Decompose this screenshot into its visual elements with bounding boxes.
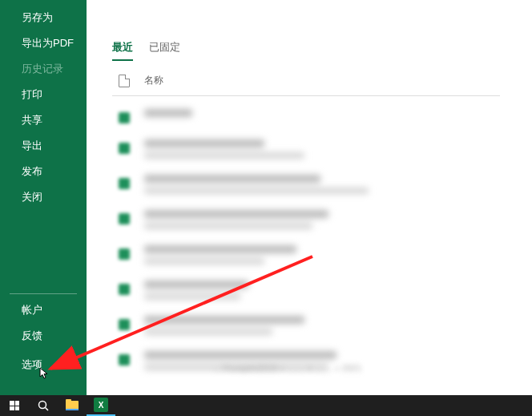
sidebar-item-7[interactable]: 关闭 [0, 184, 87, 210]
backstage-sidebar: 另存为导出为PDF历史记录打印共享导出发布关闭 帐户反馈 选项 [0, 0, 87, 395]
excel-file-icon [119, 112, 130, 123]
windows-icon [10, 401, 19, 410]
sidebar-item-label: 发布 [22, 164, 42, 179]
excel-file-icon [119, 284, 130, 295]
sidebar-item-2[interactable]: 历史记录 [0, 56, 87, 82]
sidebar-item-label: 关闭 [22, 190, 42, 204]
blurred-path: …\Yunqishi2019 » …… » …… » 2021 [213, 363, 361, 373]
sidebar-bottom-item-0[interactable]: 帐户 [0, 297, 87, 323]
sidebar-item-label: 反馈 [22, 329, 42, 343]
sidebar-item-label: 选项 [22, 357, 42, 372]
list-item[interactable] [112, 343, 500, 378]
tab-0[interactable]: 最近 [112, 40, 133, 61]
sidebar-item-5[interactable]: 导出 [0, 133, 87, 159]
list-item[interactable] [112, 101, 500, 131]
file-text [144, 175, 494, 194]
sidebar-item-label: 导出 [22, 139, 42, 153]
excel-file-icon [119, 248, 130, 260]
list-item[interactable] [112, 237, 500, 273]
start-button[interactable] [0, 395, 29, 416]
sidebar-item-0[interactable]: 另存为 [0, 5, 87, 30]
file-text [144, 316, 494, 335]
excel-taskbar-button[interactable]: X [87, 395, 115, 416]
excel-icon: X [94, 398, 108, 412]
sidebar-item-label: 导出为PDF [22, 36, 74, 50]
list-header: 名称 [112, 74, 500, 96]
list-item[interactable] [112, 308, 500, 343]
sidebar-item-4[interactable]: 共享 [0, 107, 87, 133]
sidebar-item-label: 另存为 [22, 10, 53, 25]
list-item[interactable] [112, 131, 500, 167]
column-name: 名称 [144, 74, 163, 87]
list-item[interactable] [112, 167, 500, 202]
excel-file-icon [119, 143, 130, 154]
file-text [144, 210, 494, 229]
sidebar-separator [10, 293, 77, 294]
svg-line-3 [46, 408, 49, 411]
file-explorer-button[interactable] [58, 395, 87, 416]
sidebar-item-3[interactable]: 打印 [0, 82, 87, 107]
tabs-bar: 最近已固定 [112, 40, 532, 61]
sidebar-item-6[interactable]: 发布 [0, 159, 87, 184]
sidebar-item-label: 打印 [22, 87, 42, 102]
tab-1[interactable]: 已固定 [149, 40, 180, 61]
file-text [144, 139, 494, 159]
excel-file-icon [119, 354, 130, 366]
file-text [144, 109, 494, 122]
sidebar-item-label: 共享 [22, 113, 42, 127]
sidebar-bottom-item-1[interactable]: 反馈 [0, 323, 87, 349]
list-item[interactable] [112, 202, 500, 237]
svg-point-2 [39, 402, 46, 409]
file-text [144, 245, 494, 265]
file-text [144, 281, 494, 300]
taskbar-search[interactable] [29, 395, 58, 416]
file-list [112, 101, 532, 378]
excel-file-icon [119, 319, 130, 330]
sidebar-item-label: 帐户 [22, 303, 42, 317]
sidebar-item-label: 历史记录 [22, 62, 63, 76]
list-item[interactable] [112, 273, 500, 308]
taskbar: X [0, 395, 532, 416]
sidebar-item-options[interactable]: 选项 [0, 352, 87, 378]
sidebar-item-1[interactable]: 导出为PDF [0, 30, 87, 56]
excel-file-icon [119, 178, 130, 189]
main-content: 最近已固定 名称 …\Yunqishi2019 » …… » …… » 2021 [87, 0, 532, 395]
excel-file-icon [119, 213, 130, 224]
search-icon [38, 400, 49, 411]
document-icon [119, 75, 130, 87]
folder-icon [66, 401, 79, 410]
